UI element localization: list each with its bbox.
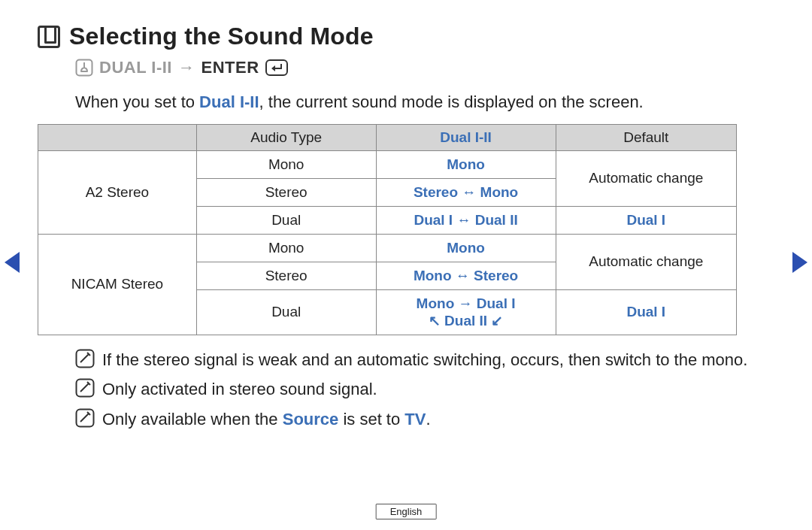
prev-page-button[interactable] xyxy=(5,252,20,273)
bookmark-icon xyxy=(38,26,60,48)
table-row: A2 Stereo Mono Mono Automatic change xyxy=(38,150,737,178)
intro-after: , the current sound mode is displayed on… xyxy=(259,92,644,111)
nav-path: DUAL I-II → ENTER xyxy=(75,58,774,77)
th-dual: Dual I-II xyxy=(376,124,556,150)
triangle-right-icon xyxy=(792,252,807,273)
cell-audio: Mono xyxy=(196,234,376,262)
cell-default-merged: Automatic change xyxy=(556,150,736,206)
cell-dual: Mono ↔ Stereo xyxy=(376,262,556,289)
note-row: Only activated in stereo sound signal. xyxy=(75,378,774,401)
cell-default: Dual I xyxy=(556,289,736,335)
cell-audio: Stereo xyxy=(196,262,376,289)
cell-dual: Dual I ↔ Dual II xyxy=(376,206,556,234)
cell-dual: Mono xyxy=(376,150,556,178)
n3-source: Source xyxy=(283,410,339,429)
note-icon xyxy=(75,408,95,428)
note-row: Only available when the Source is set to… xyxy=(75,408,774,431)
note-icon xyxy=(75,378,95,398)
intro-highlight: Dual I-II xyxy=(199,92,259,111)
th-audio-type: Audio Type xyxy=(196,124,376,150)
note-row: If the stereo signal is weak and an auto… xyxy=(75,349,774,371)
cell-default-merged: Automatic change xyxy=(556,234,736,289)
group-nicam-label: NICAM Stereo xyxy=(38,234,197,335)
th-default: Default xyxy=(556,124,736,150)
nav-menu-item: DUAL I-II xyxy=(99,58,172,77)
sound-mode-table: Audio Type Dual I-II Default A2 Stereo M… xyxy=(38,124,737,335)
table-row: NICAM Stereo Mono Mono Automatic change xyxy=(38,234,737,262)
cell-dual: Mono xyxy=(376,234,556,262)
nav-enter-label: ENTER xyxy=(201,58,259,77)
title-row: Selecting the Sound Mode xyxy=(38,23,774,50)
page-title: Selecting the Sound Mode xyxy=(69,23,374,50)
language-badge: English xyxy=(376,504,437,519)
triangle-left-icon xyxy=(5,252,20,273)
note-text: Only activated in stereo sound signal. xyxy=(102,378,774,401)
cell-audio: Dual xyxy=(196,289,376,335)
table-header-row: Audio Type Dual I-II Default xyxy=(38,124,737,150)
note-text: If the stereo signal is weak and an auto… xyxy=(102,349,774,371)
cell-dual-line2: ↖ Dual II ↙ xyxy=(380,312,553,329)
cell-default: Dual I xyxy=(556,206,736,234)
intro-before: When you set to xyxy=(75,92,199,111)
tools-icon xyxy=(75,59,93,77)
cell-dual: Mono → Dual I ↖ Dual II ↙ xyxy=(376,289,556,335)
arrow-right-icon: → xyxy=(178,58,195,77)
enter-icon xyxy=(265,59,288,76)
intro-text: When you set to Dual I-II, the current s… xyxy=(75,91,774,114)
cell-dual-line1: Mono → Dual I xyxy=(380,295,553,312)
group-a2-label: A2 Stereo xyxy=(38,150,197,234)
n3-before: Only available when the xyxy=(102,410,283,429)
notes: If the stereo signal is weak and an auto… xyxy=(75,349,774,431)
cell-dual: Stereo ↔ Mono xyxy=(376,178,556,206)
th-blank xyxy=(38,124,197,150)
n3-tv: TV xyxy=(404,410,426,429)
cell-audio: Dual xyxy=(196,206,376,234)
manual-page: Selecting the Sound Mode DUAL I-II → ENT… xyxy=(38,23,774,438)
n3-mid: is set to xyxy=(338,410,404,429)
note-text: Only available when the Source is set to… xyxy=(102,408,774,431)
note-icon xyxy=(75,349,95,368)
cell-audio: Mono xyxy=(196,150,376,178)
cell-audio: Stereo xyxy=(196,178,376,206)
n3-after: . xyxy=(426,410,430,429)
next-page-button[interactable] xyxy=(792,252,807,273)
